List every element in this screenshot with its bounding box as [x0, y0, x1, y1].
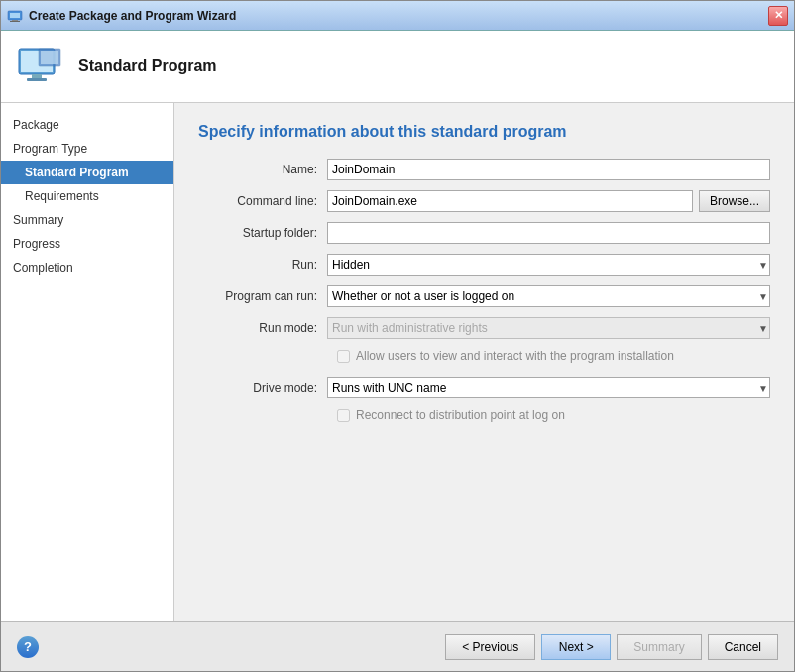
wizard-header-icon — [17, 43, 64, 90]
title-bar-title: Create Package and Program Wizard — [29, 9, 236, 23]
wizard-body: Package Program Type Standard Program Re… — [1, 103, 794, 621]
previous-button[interactable]: < Previous — [445, 634, 535, 660]
run-select[interactable]: Hidden Normal Minimized Maximized — [327, 254, 770, 276]
drive-mode-select-wrapper: Runs with UNC name Requires drive letter… — [327, 377, 770, 398]
browse-button[interactable]: Browse... — [699, 190, 770, 212]
name-label: Name: — [198, 163, 327, 176]
startup-folder-label: Startup folder: — [198, 226, 327, 240]
sidebar-item-requirements[interactable]: Requirements — [1, 184, 173, 208]
wizard-window: Create Package and Program Wizard ✕ Stan… — [0, 0, 795, 672]
command-line-label: Command line: — [198, 194, 327, 208]
program-can-run-select-wrapper: Whether or not a user is logged on Only … — [327, 285, 770, 307]
next-button[interactable]: Next > — [541, 634, 611, 660]
command-line-input[interactable] — [327, 190, 693, 212]
run-label: Run: — [198, 258, 327, 272]
content-title: Specify information about this standard … — [198, 123, 770, 141]
startup-folder-input[interactable] — [327, 222, 770, 244]
drive-mode-select[interactable]: Runs with UNC name Requires drive letter… — [327, 377, 770, 398]
wizard-footer: ? < Previous Next > Summary Cancel — [1, 621, 794, 671]
allow-users-row: Allow users to view and interact with th… — [198, 349, 770, 363]
program-can-run-select[interactable]: Whether or not a user is logged on Only … — [327, 285, 770, 307]
svg-rect-7 — [27, 78, 47, 81]
svg-rect-9 — [41, 51, 58, 64]
svg-rect-1 — [10, 13, 20, 18]
run-mode-select[interactable]: Run with administrative rights Run with … — [327, 317, 770, 339]
sidebar-item-standard-program[interactable]: Standard Program — [1, 161, 173, 184]
allow-users-checkbox[interactable] — [337, 350, 350, 363]
allow-users-label: Allow users to view and interact with th… — [356, 349, 674, 363]
run-mode-row: Run mode: Run with administrative rights… — [198, 317, 770, 339]
program-can-run-row: Program can run: Whether or not a user i… — [198, 285, 770, 307]
reconnect-checkbox[interactable] — [337, 409, 350, 422]
content-area: Specify information about this standard … — [174, 103, 794, 621]
run-mode-select-wrapper: Run with administrative rights Run with … — [327, 317, 770, 339]
cancel-button[interactable]: Cancel — [708, 634, 778, 660]
summary-button[interactable]: Summary — [617, 634, 701, 660]
drive-mode-row: Drive mode: Runs with UNC name Requires … — [198, 377, 770, 398]
title-bar-icon — [7, 8, 23, 24]
sidebar: Package Program Type Standard Program Re… — [1, 103, 174, 621]
wizard-header-title: Standard Program — [78, 57, 217, 75]
name-row: Name: — [198, 159, 770, 180]
sidebar-item-package[interactable]: Package — [1, 113, 173, 137]
title-bar-left: Create Package and Program Wizard — [7, 8, 236, 24]
reconnect-label: Reconnect to distribution point at log o… — [356, 408, 565, 422]
name-input[interactable] — [327, 159, 770, 180]
drive-mode-label: Drive mode: — [198, 381, 327, 394]
title-bar: Create Package and Program Wizard ✕ — [1, 1, 794, 31]
sidebar-item-program-type[interactable]: Program Type — [1, 137, 173, 161]
sidebar-item-summary[interactable]: Summary — [1, 208, 173, 232]
close-button[interactable]: ✕ — [768, 6, 788, 26]
sidebar-item-progress[interactable]: Progress — [1, 232, 173, 256]
svg-rect-3 — [10, 21, 20, 22]
wizard-header: Standard Program — [1, 31, 794, 103]
footer-buttons: < Previous Next > Summary Cancel — [445, 634, 778, 660]
startup-folder-row: Startup folder: — [198, 222, 770, 244]
run-select-wrapper: Hidden Normal Minimized Maximized ▼ — [327, 254, 770, 276]
sidebar-item-completion[interactable]: Completion — [1, 256, 173, 280]
footer-left: ? — [17, 636, 39, 658]
command-line-row: Command line: Browse... — [198, 190, 770, 212]
program-can-run-label: Program can run: — [198, 289, 327, 303]
reconnect-row: Reconnect to distribution point at log o… — [198, 408, 770, 422]
run-row: Run: Hidden Normal Minimized Maximized ▼ — [198, 254, 770, 276]
help-icon[interactable]: ? — [17, 636, 39, 658]
run-mode-label: Run mode: — [198, 321, 327, 335]
